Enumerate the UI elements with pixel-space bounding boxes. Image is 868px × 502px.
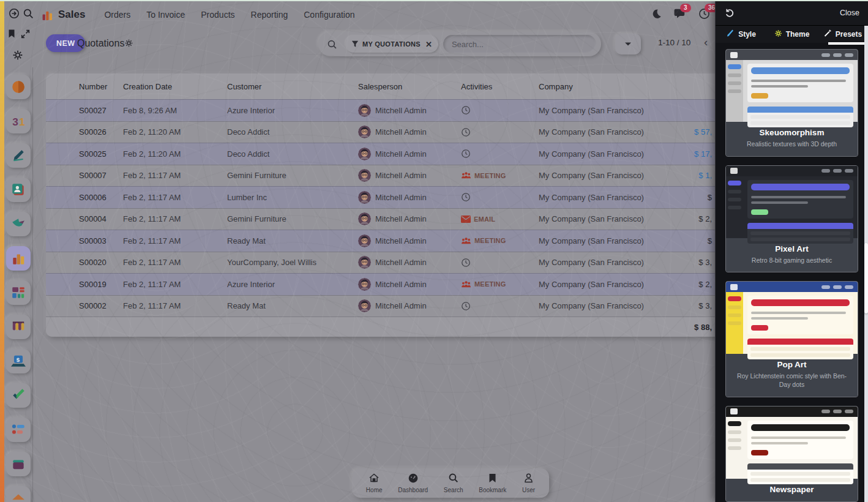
search-icon[interactable]: [23, 8, 34, 19]
column-header-customer[interactable]: Customer: [227, 82, 358, 91]
row-company: My Company (San Francisco): [539, 171, 689, 180]
clock-activity-icon[interactable]: [461, 105, 471, 115]
filter-remove-icon[interactable]: ✕: [425, 40, 432, 49]
panel-tab-style[interactable]: Style: [716, 26, 766, 43]
nav-item-configuration[interactable]: Configuration: [304, 10, 354, 20]
undo-icon[interactable]: [724, 7, 735, 18]
clock-activity-icon[interactable]: [461, 192, 471, 202]
email-activity-icon[interactable]: [461, 215, 471, 223]
messages-icon[interactable]: 3: [674, 8, 686, 21]
pos-icon[interactable]: [6, 315, 31, 339]
dock-item-bookmark[interactable]: Bookmark: [479, 473, 506, 493]
table-row[interactable]: S00003Feb 2, 11:17 AMReady MatMitchell A…: [46, 230, 730, 252]
apps-grid-icon[interactable]: [6, 280, 31, 305]
row-customer: Gemini Furniture: [227, 214, 358, 223]
clock-activity-icon[interactable]: [461, 258, 471, 268]
table-row[interactable]: S00025Feb 2, 11:20 AMDeco AddictMitchell…: [46, 143, 730, 165]
column-header-company[interactable]: Company: [539, 82, 689, 91]
dock-item-user[interactable]: User: [522, 473, 535, 493]
row-salesperson: Mitchell Admin: [375, 171, 427, 180]
search-dropdown-button[interactable]: [615, 34, 641, 54]
panel-scrollbar[interactable]: [864, 26, 868, 502]
clock-activity-icon[interactable]: [461, 149, 471, 159]
table-row[interactable]: S00004Feb 2, 11:17 AMGemini FurnitureMit…: [46, 208, 730, 230]
filter-chip[interactable]: MY QUOTATIONS ✕: [345, 36, 438, 53]
svg-text:3: 3: [12, 116, 18, 128]
avatar: [358, 148, 371, 160]
column-header-creation-date[interactable]: Creation Date: [123, 82, 227, 91]
panel-scrollbar-thumb[interactable]: [864, 243, 868, 313]
meeting-activity-icon[interactable]: [461, 237, 471, 245]
panel-tab-presets[interactable]: Presets: [817, 26, 868, 43]
search-icon[interactable]: [323, 39, 340, 50]
discuss-icon[interactable]: [6, 75, 31, 99]
preset-card-pixel-art[interactable]: Pixel ArtRetro 8-bit gaming aesthetic: [725, 165, 858, 273]
table-row[interactable]: S00002Feb 2, 11:17 AMReady MatMitchell A…: [46, 295, 730, 317]
bookmark-icon[interactable]: [7, 29, 17, 39]
inventory-icon[interactable]: [6, 452, 31, 476]
arrow-circle-icon[interactable]: [9, 8, 20, 19]
preset-card-skeuomorphism[interactable]: SkeuomorphismRealistic textures with 3D …: [725, 49, 858, 157]
breadcrumb-title[interactable]: Quotations: [77, 38, 124, 49]
column-header-number[interactable]: Number: [79, 82, 123, 91]
view-settings-gear-icon[interactable]: [124, 39, 133, 50]
pager-prev-icon[interactable]: ‹: [704, 36, 708, 49]
close-button[interactable]: Close: [840, 9, 859, 17]
sales-icon[interactable]: [6, 246, 31, 271]
gear-icon[interactable]: [12, 50, 23, 61]
accounting-icon[interactable]: $: [6, 349, 31, 373]
clock-activity-icon[interactable]: [461, 127, 471, 137]
pie-icon[interactable]: [6, 486, 31, 502]
sales-app-logo-icon[interactable]: [42, 9, 53, 21]
dock-item-dashboard[interactable]: Dashboard: [398, 473, 428, 493]
activities-clock-icon[interactable]: 36: [698, 8, 710, 22]
table-row[interactable]: S00006Feb 2, 11:17 AMLumber IncMitchell …: [46, 186, 730, 208]
row-creation-date: Feb 2, 11:17 AM: [123, 301, 227, 310]
topbar-right: 3 36: [650, 1, 710, 28]
row-salesperson: Mitchell Admin: [375, 258, 427, 267]
nav-item-reporting[interactable]: Reporting: [251, 10, 288, 20]
preset-card-newspaper[interactable]: Newspaper: [725, 406, 858, 502]
row-customer: Gemini Furniture: [227, 171, 358, 180]
table-row[interactable]: S00026Feb 2, 11:20 AMDeco AddictMitchell…: [46, 121, 730, 143]
row-number: S00003: [79, 236, 123, 245]
row-salesperson: Mitchell Admin: [375, 280, 427, 289]
nav-item-products[interactable]: Products: [201, 10, 234, 20]
window-gold-edge: [0, 1, 4, 502]
dark-mode-moon-icon[interactable]: [650, 8, 662, 22]
preset-card-pop-art[interactable]: Pop ArtRoy Lichtenstein comic style with…: [725, 281, 858, 397]
dock-item-search[interactable]: Search: [444, 473, 463, 493]
calendar-icon[interactable]: 31: [6, 109, 31, 133]
user-icon: [523, 473, 534, 485]
avatar: [358, 234, 371, 247]
meeting-activity-icon[interactable]: [461, 171, 471, 179]
table-row[interactable]: S00027Feb 8, 9:26 AMAzure InteriorMitche…: [46, 99, 730, 121]
nav-item-orders[interactable]: Orders: [104, 10, 130, 20]
clock-activity-icon[interactable]: [461, 301, 471, 311]
column-header-salesperson[interactable]: Salesperson: [358, 82, 461, 91]
search-input[interactable]: [443, 35, 596, 53]
panel-tab-theme[interactable]: Theme: [766, 26, 817, 43]
expand-icon[interactable]: [20, 29, 31, 39]
svg-text:$: $: [17, 356, 20, 363]
contacts-icon[interactable]: [6, 178, 31, 202]
table-row[interactable]: S00020Feb 2, 11:17 AMYourCompany, Joel W…: [46, 252, 730, 274]
pencil-icon[interactable]: [6, 143, 31, 168]
wand-icon: [823, 29, 832, 40]
nav-item-to-invoice[interactable]: To Invoice: [146, 10, 185, 20]
table-row[interactable]: S00007Feb 2, 11:17 AMGemini FurnitureMit…: [46, 165, 730, 187]
todo-icon[interactable]: [6, 383, 31, 408]
table-row[interactable]: S00019Feb 2, 11:17 AMAzure InteriorMitch…: [46, 273, 730, 295]
home-icon: [369, 473, 380, 485]
preset-description: Realistic textures with 3D depth: [733, 140, 850, 149]
meeting-activity-icon[interactable]: [461, 280, 471, 288]
dock-item-home[interactable]: Home: [366, 473, 383, 493]
dove-icon[interactable]: [6, 212, 31, 236]
bottom-dock: HomeDashboardSearchBookmarkUser: [352, 468, 549, 498]
timesheet-icon[interactable]: [6, 418, 31, 442]
column-header-activities[interactable]: Activities: [461, 82, 539, 91]
dashboard-icon: [408, 473, 419, 485]
app-name[interactable]: Sales: [58, 9, 85, 21]
avatar: [358, 104, 371, 117]
row-number: S00004: [79, 214, 123, 223]
